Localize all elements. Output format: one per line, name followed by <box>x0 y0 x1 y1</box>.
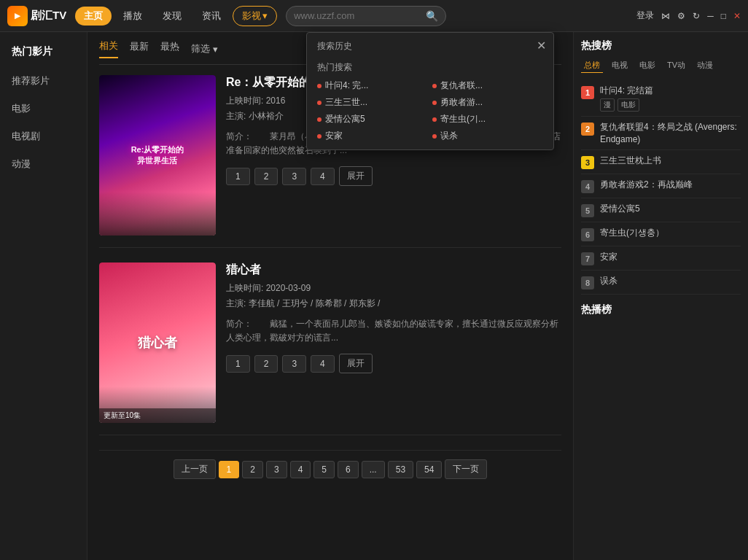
movie-poster-1[interactable]: Re:从零开始的异世界生活 <box>99 75 216 236</box>
page-53[interactable]: 53 <box>388 461 413 478</box>
right-panel: 热搜榜 总榜 电视 电影 TV动 动漫 1 叶问4: 完结篇 漫 电影 2 复仇… <box>573 32 748 560</box>
rank-name-1: 叶问4: 完结篇 <box>600 85 741 97</box>
rank-num-1: 1 <box>581 86 594 99</box>
rank-tab-anime[interactable]: 动漫 <box>694 58 716 73</box>
nav-movies[interactable]: 影视 ▾ <box>233 6 277 26</box>
nav-discover[interactable]: 发现 <box>154 7 190 26</box>
expand-btn-1[interactable]: 展开 <box>339 166 373 186</box>
page-next[interactable]: 下一页 <box>445 459 487 479</box>
rank-item-2[interactable]: 2 复仇者联盟4：终局之战 (Avengers: Endgame) <box>581 117 741 151</box>
page-2[interactable]: 2 <box>242 461 263 478</box>
page-prev[interactable]: 上一页 <box>174 459 216 479</box>
rank-tag-1a: 漫 <box>600 98 615 112</box>
ep-btn-2-1[interactable]: 1 <box>226 355 250 373</box>
dropdown-close[interactable]: ✕ <box>537 39 546 52</box>
hot-item-7[interactable]: 误杀 <box>432 130 543 142</box>
hot-item-5[interactable]: 寄生虫(기... <box>432 113 543 125</box>
minimize-icon[interactable]: ─ <box>707 11 714 21</box>
rank-name-7: 安家 <box>600 251 741 263</box>
hot-item-3[interactable]: 勇敢者游... <box>432 96 543 109</box>
episode-btns-1: 1 2 3 4 展开 <box>226 166 561 186</box>
rank-item-3[interactable]: 3 三生三世枕上书 <box>581 150 741 174</box>
rank-item-1[interactable]: 1 叶问4: 完结篇 漫 电影 <box>581 80 741 117</box>
page-6[interactable]: 6 <box>338 461 359 478</box>
filter-tab-newest[interactable]: 最新 <box>130 40 149 58</box>
movie-poster-2[interactable]: 猎心者 更新至10集 <box>99 262 216 423</box>
rank-info-3: 三生三世枕上书 <box>600 155 741 167</box>
refresh-icon[interactable]: ↻ <box>693 11 700 21</box>
pagination: 上一页 1 2 3 4 5 6 ... 53 54 下一页 <box>99 450 561 479</box>
filter-tab-related[interactable]: 相关 <box>99 39 118 58</box>
hot-item-6[interactable]: 安家 <box>317 130 428 142</box>
search-icon[interactable]: 🔍 <box>426 10 438 22</box>
rank-item-5[interactable]: 5 爱情公寓5 <box>581 198 741 222</box>
hot-search-title: 热搜榜 <box>581 39 741 52</box>
hot-item-2[interactable]: 三生三世... <box>317 96 428 109</box>
rank-num-6: 6 <box>581 228 594 241</box>
sidebar-item-movies[interactable]: 电影 <box>0 95 87 122</box>
rank-num-5: 5 <box>581 204 594 217</box>
page-1[interactable]: 1 <box>219 461 240 478</box>
ep-btn-2-2[interactable]: 2 <box>254 355 278 373</box>
rank-tab-all[interactable]: 总榜 <box>581 58 603 73</box>
login-btn[interactable]: 登录 <box>636 9 654 22</box>
filter-select[interactable]: 筛选 ▾ <box>191 42 218 55</box>
ep-btn-1-1[interactable]: 1 <box>226 168 250 185</box>
movie-date-2: 上映时间: 2020-03-09 <box>226 282 561 295</box>
hot-dot-4 <box>317 117 322 122</box>
hot-dot-7 <box>432 134 437 139</box>
page-54[interactable]: 54 <box>416 461 442 478</box>
nav-play[interactable]: 播放 <box>114 7 151 26</box>
rank-item-6[interactable]: 6 寄生虫(기생충） <box>581 222 741 246</box>
maximize-icon[interactable]: □ <box>721 11 726 21</box>
close-icon[interactable]: ✕ <box>733 11 741 21</box>
expand-btn-2[interactable]: 展开 <box>339 354 373 373</box>
page-4[interactable]: 4 <box>290 461 311 478</box>
rank-name-6: 寄生虫(기생충） <box>600 227 741 239</box>
rank-tab-tvdong[interactable]: TV动 <box>664 58 688 73</box>
ep-btn-1-3[interactable]: 3 <box>282 168 306 185</box>
rank-tab-movie[interactable]: 电影 <box>636 58 658 73</box>
hot-dot-3 <box>432 101 437 105</box>
network-icon[interactable]: ⋈ <box>661 11 670 21</box>
sidebar-item-anime[interactable]: 动漫 <box>0 150 87 178</box>
rank-item-8[interactable]: 8 误杀 <box>581 271 741 295</box>
rank-info-6: 寄生虫(기생충） <box>600 227 741 239</box>
ep-btn-1-4[interactable]: 4 <box>311 168 335 185</box>
rank-info-8: 误杀 <box>600 275 741 287</box>
logo: ▶ 剧汇TV <box>7 6 66 26</box>
ep-btn-1-2[interactable]: 2 <box>254 168 278 185</box>
ep-btn-2-3[interactable]: 3 <box>282 355 306 373</box>
topbar-right: 登录 ⋈ ⚙ ↻ ─ □ ✕ <box>636 9 741 22</box>
rank-info-1: 叶问4: 完结篇 漫 电影 <box>600 85 741 112</box>
nav-home[interactable]: 主页 <box>75 7 112 26</box>
rank-item-7[interactable]: 7 安家 <box>581 246 741 271</box>
sidebar-item-recommended[interactable]: 推荐影片 <box>0 67 87 95</box>
page-3[interactable]: 3 <box>266 461 287 478</box>
rank-tabs: 总榜 电视 电影 TV动 动漫 <box>581 58 741 73</box>
hot-dot-6 <box>317 134 322 139</box>
hot-play-title: 热播榜 <box>581 303 741 316</box>
ep-btn-2-4[interactable]: 4 <box>311 355 335 373</box>
rank-item-4[interactable]: 4 勇敢者游戏2：再战巅峰 <box>581 174 741 198</box>
movie-title-2[interactable]: 猎心者 <box>226 262 561 278</box>
page-5[interactable]: 5 <box>313 461 335 478</box>
hot-item-4[interactable]: 爱情公寓5 <box>317 113 428 125</box>
hot-dot-1 <box>432 84 437 88</box>
settings-icon[interactable]: ⚙ <box>677 11 685 21</box>
search-bar[interactable]: 🔍 <box>286 6 446 26</box>
nav-news[interactable]: 资讯 <box>193 7 230 26</box>
hot-dot-0 <box>317 84 322 88</box>
rank-info-7: 安家 <box>600 251 741 263</box>
search-input[interactable] <box>294 10 421 21</box>
sidebar-item-tv[interactable]: 电视剧 <box>0 122 87 150</box>
search-dropdown: ✕ 搜索历史 热门搜索 叶问4: 完... 复仇者联... 三生三世... 勇敢… <box>306 32 554 150</box>
hot-item-1[interactable]: 复仇者联... <box>432 79 543 92</box>
hot-item-0[interactable]: 叶问4: 完... <box>317 79 428 92</box>
page-ellipsis: ... <box>362 461 385 478</box>
rank-tab-tv[interactable]: 电视 <box>609 58 631 73</box>
movie-cast-2: 主演: 李佳航 / 王玥兮 / 陈希郡 / 郑东影 / <box>226 298 561 310</box>
episode-badge: 更新至10集 <box>99 408 216 423</box>
rank-info-5: 爱情公寓5 <box>600 203 741 215</box>
filter-tab-hottest[interactable]: 最热 <box>160 40 179 58</box>
